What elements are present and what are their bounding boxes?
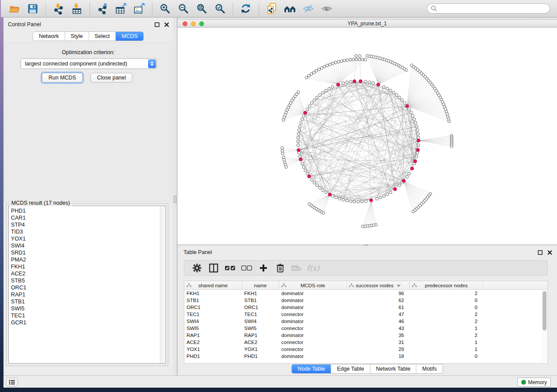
mcds-result-item[interactable]: ORC1 — [9, 284, 166, 291]
tab-node-table[interactable]: Node Table — [292, 364, 331, 373]
mcds-result-item[interactable]: SWI4 — [9, 242, 166, 249]
mcds-result-item[interactable]: GCR1 — [9, 319, 166, 326]
open-session-button[interactable] — [8, 3, 21, 15]
tab-select[interactable]: Select — [89, 32, 116, 41]
create-column-button[interactable] — [258, 263, 269, 273]
zoom-out-button[interactable] — [177, 3, 190, 15]
minimize-window-icon[interactable] — [191, 21, 196, 26]
table-row[interactable]: YOX1 YOX1 connector 29 1 — [184, 346, 547, 353]
function-builder-button[interactable]: f(x) — [307, 264, 319, 272]
tab-style[interactable]: Style — [65, 32, 89, 41]
delete-table-button[interactable] — [291, 263, 302, 273]
hide-selected-button[interactable] — [302, 3, 315, 15]
column-header-shared-name[interactable]: shared name — [184, 281, 242, 289]
export-network-button[interactable] — [96, 3, 109, 15]
mcds-result-item[interactable]: TEC1 — [9, 312, 166, 319]
table-row[interactable]: SWI5 SWI5 connector 43 1 — [184, 325, 547, 332]
column-header-name[interactable]: name — [242, 281, 279, 289]
table-row[interactable]: TEC1 TEC1 connector 47 2 — [184, 311, 547, 318]
show-all-button[interactable] — [320, 3, 333, 15]
search-box[interactable] — [427, 3, 550, 14]
network-graph[interactable] — [177, 28, 557, 244]
zoom-in-button[interactable] — [159, 3, 172, 15]
tab-network-table[interactable]: Network Table — [370, 364, 416, 373]
deselect-all-button[interactable] — [241, 263, 253, 273]
optimization-criterion-select[interactable]: largest connected component (undirected) — [21, 58, 157, 69]
close-panel-icon[interactable] — [547, 249, 553, 255]
list-icon — [9, 379, 15, 385]
table-settings-button[interactable] — [191, 263, 203, 273]
column-header-predecessor-nodes[interactable]: predecessor nodes — [410, 281, 483, 289]
mcds-result-item[interactable]: TID3 — [9, 228, 166, 235]
table-row[interactable]: FKH1 FKH1 dominator 96 2 — [184, 290, 547, 297]
table-scrollbar[interactable] — [542, 290, 547, 363]
table-row[interactable]: ORC1 ORC1 dominator 61 0 — [184, 304, 547, 311]
tab-motifs[interactable]: Motifs — [416, 364, 442, 373]
mcds-result-item[interactable]: SRD1 — [9, 249, 166, 256]
maximize-window-icon[interactable] — [199, 21, 204, 26]
attribute-tree-icon — [412, 283, 417, 288]
memory-status-icon — [521, 380, 526, 385]
close-panel-icon[interactable] — [163, 21, 170, 28]
select-all-button[interactable] — [225, 263, 236, 273]
mcds-result-item[interactable]: STB1 — [9, 298, 166, 305]
network-window-titlebar[interactable]: YPA_prune.txt_1 — [177, 20, 557, 28]
mcds-result-list[interactable]: PHD1CAR1STP4TID3YOX1SWI4SRD1PMA2FKH1ACE2… — [8, 206, 166, 364]
export-image-button[interactable] — [133, 3, 146, 15]
mcds-result-item[interactable]: SWI5 — [9, 305, 166, 312]
export-table-button[interactable] — [114, 3, 128, 15]
tab-edge-table[interactable]: Edge Table — [331, 364, 370, 373]
table-row[interactable]: STB1 STB1 dominator 62 0 — [184, 297, 547, 304]
mcds-result-item[interactable]: RAP1 — [9, 291, 166, 298]
float-panel-icon[interactable] — [154, 21, 160, 28]
float-panel-icon[interactable] — [537, 249, 543, 255]
tab-mcds[interactable]: MCDS — [115, 32, 143, 41]
memory-button[interactable]: Memory — [517, 378, 551, 387]
run-mcds-button[interactable]: Run MCDS — [42, 73, 83, 83]
toolbar-separator — [90, 3, 90, 15]
status-bar: Memory — [3, 375, 557, 388]
zoom-selected-button[interactable] — [214, 3, 227, 15]
import-network-button[interactable] — [52, 3, 65, 15]
columns-icon — [209, 263, 218, 273]
apply-layout-button[interactable] — [239, 3, 253, 15]
select-spinner-icon — [148, 59, 156, 68]
zoom-selected-icon — [214, 3, 226, 14]
open-folder-icon — [9, 3, 20, 14]
list-scrollbar[interactable] — [160, 206, 166, 363]
task-history-button[interactable] — [6, 378, 18, 386]
plus-icon — [259, 264, 268, 272]
column-header-successor-nodes[interactable]: successor nodes — [347, 281, 410, 289]
network-canvas[interactable] — [177, 28, 557, 244]
scrollbar-thumb[interactable] — [543, 291, 547, 330]
delete-column-button[interactable] — [274, 263, 286, 273]
table-row[interactable]: RAP1 RAP1 dominator 35 2 — [184, 332, 547, 339]
network-title: YPA_prune.txt_1 — [177, 20, 557, 28]
table-row[interactable]: PHD1 PHD1 dominator 18 0 — [184, 353, 547, 360]
tab-network[interactable]: Network — [33, 32, 65, 41]
new-network-from-selection-button[interactable] — [265, 3, 278, 15]
mcds-result-item[interactable]: STP4 — [9, 221, 166, 228]
table-row[interactable]: SWI4 SWI4 dominator 46 2 — [184, 318, 547, 325]
mcds-result-item[interactable]: ACE2 — [9, 270, 166, 277]
vertical-splitter[interactable] — [173, 17, 177, 375]
mcds-result-item[interactable]: CAR1 — [9, 214, 166, 221]
first-neighbors-icon — [284, 3, 297, 14]
mcds-result-item[interactable]: PHD1 — [9, 207, 166, 214]
mcds-result-item[interactable]: YOX1 — [9, 235, 166, 242]
zoom-fit-button[interactable] — [195, 3, 208, 15]
table-row[interactable]: ACE2 ACE2 connector 31 1 — [184, 339, 547, 346]
mcds-result-item[interactable]: FKH1 — [9, 263, 166, 270]
close-panel-button[interactable]: Close panel — [90, 73, 132, 83]
splitter-handle[interactable] — [173, 196, 176, 203]
import-table-button[interactable] — [70, 3, 83, 15]
show-columns-button[interactable] — [208, 263, 219, 273]
column-header-mcds-role[interactable]: MCDS role — [279, 281, 347, 289]
close-window-icon[interactable] — [183, 21, 187, 26]
first-neighbors-button[interactable] — [284, 3, 297, 15]
mcds-result-item[interactable]: STB5 — [9, 277, 166, 284]
refresh-icon — [240, 3, 252, 15]
mcds-result-item[interactable]: PMA2 — [9, 256, 166, 263]
search-input[interactable] — [437, 5, 550, 13]
save-session-button[interactable] — [26, 3, 39, 15]
